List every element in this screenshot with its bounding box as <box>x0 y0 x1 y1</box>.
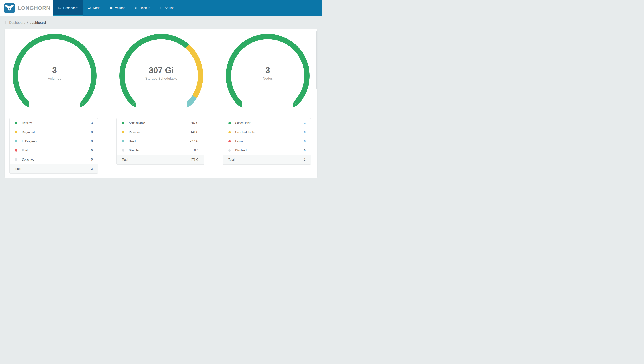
gauge-panel-storage-schedulable: 307 Gi Storage Schedulable Schedulable 3… <box>116 34 204 164</box>
legend-value: 22.4 Gi <box>190 140 199 143</box>
total-value: 3 <box>91 167 93 170</box>
longhorn-logo-icon <box>4 3 15 13</box>
nav-tab-node[interactable]: Node <box>83 0 105 16</box>
legend-value: 0 <box>91 140 93 143</box>
gauge-chart <box>119 34 203 109</box>
legend-row-used: Used 22.4 Gi <box>117 137 204 146</box>
legend-row-schedulable: Schedulable 3 <box>223 118 310 128</box>
legend-color-dot <box>15 140 17 142</box>
nav-tabs: Dashboard Node Volume Backup Setting <box>53 0 184 16</box>
legend-color-dot <box>15 131 17 133</box>
legend-row-schedulable: Schedulable 307 Gi <box>117 118 204 128</box>
total-label: Total <box>122 158 190 162</box>
legend-label: Degraded <box>22 130 91 134</box>
copy-icon <box>134 6 138 10</box>
legend-color-dot <box>228 140 231 142</box>
legend-label: Schedulable <box>129 121 190 124</box>
chevron-down-icon <box>176 6 180 10</box>
top-navbar: LONGHORN Dashboard Node Volume Backup Se… <box>0 0 322 16</box>
legend-value: 0 <box>304 140 306 143</box>
legend-row-healthy: Healthy 3 <box>10 118 98 128</box>
legend-color-dot <box>122 131 124 133</box>
legend-value: 0 <box>91 130 93 134</box>
legend-total-row: Total 471 Gi <box>117 155 204 164</box>
breadcrumb-current: dashboard <box>30 20 46 24</box>
legend-label: Schedulable <box>235 121 304 124</box>
legend-row-down: Down 0 <box>223 137 310 146</box>
page: LONGHORN Dashboard Node Volume Backup Se… <box>0 0 322 182</box>
legend-color-dot <box>228 131 231 133</box>
legend-color-dot <box>122 149 124 152</box>
gauge-chart <box>13 34 96 109</box>
legend-label: Down <box>235 140 304 143</box>
legend-color-dot <box>15 158 17 161</box>
nav-tab-volume[interactable]: Volume <box>105 0 130 16</box>
legend-value: 141 Gi <box>190 130 199 134</box>
laptop-icon <box>88 6 91 10</box>
gauge-panel-volumes: 3 Volumes Healthy 3 Degraded 0 In Progre… <box>10 34 98 174</box>
legend-label: Used <box>129 140 190 143</box>
legend-color-dot <box>228 149 231 152</box>
legend-row-degraded: Degraded 0 <box>10 128 98 137</box>
legend-value: 0 <box>304 149 306 152</box>
scrollbar-thumb[interactable] <box>316 31 317 88</box>
nav-tab-dashboard[interactable]: Dashboard <box>53 0 83 16</box>
legend-value: 0 <box>91 149 93 152</box>
legend-color-dot <box>122 122 124 124</box>
legend-table: Schedulable 307 Gi Reserved 141 Gi Used … <box>116 118 204 164</box>
legend-color-dot <box>15 149 17 152</box>
gear-icon <box>159 6 163 10</box>
legend-color-dot <box>15 122 17 124</box>
nav-tab-backup[interactable]: Backup <box>130 0 155 16</box>
legend-label: Disabled <box>235 149 304 152</box>
legend-value: 0 <box>304 130 306 134</box>
legend-value: 0 <box>91 158 93 161</box>
bar-chart-icon <box>5 21 8 24</box>
legend-label: In Progress <box>22 140 91 143</box>
legend-value: 3 <box>91 121 93 124</box>
brand-name: LONGHORN <box>18 5 50 11</box>
legend-label: Unschedulable <box>235 130 304 134</box>
legend-body: Schedulable 307 Gi Reserved 141 Gi Used … <box>117 118 204 155</box>
legend-row-in-progress: In Progress 0 <box>10 137 98 146</box>
legend-value: 0 Bi <box>194 149 199 152</box>
legend-label: Fault <box>22 149 91 152</box>
breadcrumb: Dashboard / dashboard <box>0 16 322 29</box>
total-value: 3 <box>304 158 306 162</box>
legend-row-fault: Fault 0 <box>10 146 98 155</box>
legend-row-disabled: Disabled 0 <box>223 146 310 155</box>
storage-icon <box>110 6 113 10</box>
legend-label: Disabled <box>129 149 194 152</box>
legend-value: 307 Gi <box>190 121 199 124</box>
legend-color-dot <box>122 140 124 142</box>
legend-row-detached: Detached 0 <box>10 155 98 164</box>
gauge-panel-nodes: 3 Nodes Schedulable 3 Unschedulable 0 Do… <box>223 34 311 164</box>
legend-table: Healthy 3 Degraded 0 In Progress 0 Fault… <box>10 118 98 174</box>
legend-label: Reserved <box>129 130 190 134</box>
breadcrumb-section[interactable]: Dashboard <box>9 21 25 24</box>
legend-total-row: Total 3 <box>223 155 310 164</box>
legend-label: Healthy <box>22 121 91 124</box>
legend-color-dot <box>228 122 231 124</box>
bar-chart-icon <box>58 6 62 10</box>
breadcrumb-separator: / <box>27 21 28 24</box>
logo[interactable]: LONGHORN <box>0 0 53 16</box>
legend-label: Detached <box>22 158 91 161</box>
legend-table: Schedulable 3 Unschedulable 0 Down 0 Dis… <box>223 118 311 164</box>
legend-total-row: Total 3 <box>10 164 98 174</box>
nav-tab-setting[interactable]: Setting <box>155 0 184 16</box>
legend-row-unschedulable: Unschedulable 0 <box>223 128 310 137</box>
legend-value: 3 <box>304 121 306 124</box>
legend-body: Healthy 3 Degraded 0 In Progress 0 Fault… <box>10 118 98 164</box>
total-label: Total <box>15 167 91 170</box>
legend-row-disabled: Disabled 0 Bi <box>117 146 204 155</box>
dashboard-card: 3 Volumes Healthy 3 Degraded 0 In Progre… <box>4 29 318 178</box>
gauge-chart <box>226 34 310 109</box>
total-label: Total <box>228 158 304 162</box>
legend-row-reserved: Reserved 141 Gi <box>117 128 204 137</box>
total-value: 471 Gi <box>190 158 199 162</box>
legend-body: Schedulable 3 Unschedulable 0 Down 0 Dis… <box>223 118 310 155</box>
